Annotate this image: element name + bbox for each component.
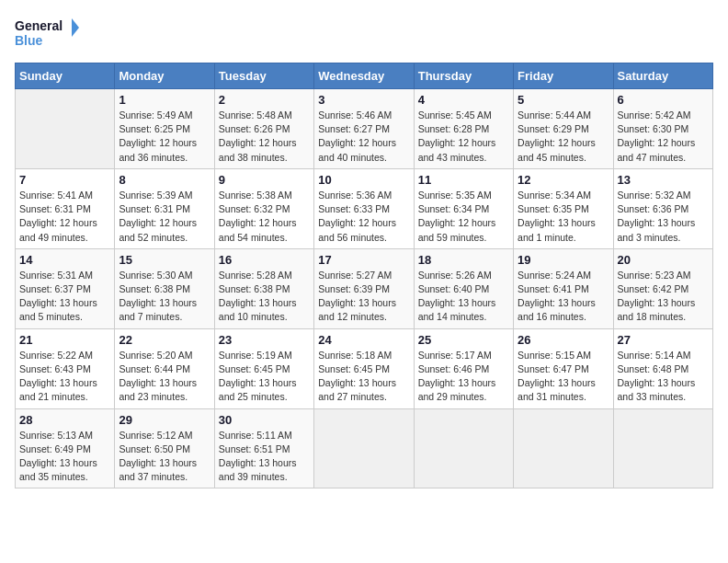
week-row-0: 1Sunrise: 5:49 AM Sunset: 6:25 PM Daylig… [16, 89, 713, 169]
day-number: 11 [418, 173, 509, 187]
page-header: General Blue [15, 15, 713, 52]
svg-text:Blue: Blue [15, 33, 43, 48]
day-info: Sunrise: 5:32 AM Sunset: 6:36 PM Dayligh… [618, 189, 709, 245]
day-cell: 24Sunrise: 5:18 AM Sunset: 6:45 PM Dayli… [314, 328, 414, 408]
day-cell: 21Sunrise: 5:22 AM Sunset: 6:43 PM Dayli… [16, 328, 115, 408]
day-cell: 16Sunrise: 5:28 AM Sunset: 6:38 PM Dayli… [214, 248, 313, 328]
day-cell: 2Sunrise: 5:48 AM Sunset: 6:26 PM Daylig… [214, 89, 313, 169]
day-cell: 22Sunrise: 5:20 AM Sunset: 6:44 PM Dayli… [115, 328, 214, 408]
week-row-2: 14Sunrise: 5:31 AM Sunset: 6:37 PM Dayli… [16, 248, 713, 328]
day-number: 14 [19, 253, 110, 267]
day-info: Sunrise: 5:17 AM Sunset: 6:46 PM Dayligh… [418, 349, 509, 405]
day-cell: 29Sunrise: 5:12 AM Sunset: 6:50 PM Dayli… [115, 408, 214, 488]
day-info: Sunrise: 5:15 AM Sunset: 6:47 PM Dayligh… [518, 349, 609, 405]
day-cell: 15Sunrise: 5:30 AM Sunset: 6:38 PM Dayli… [115, 248, 214, 328]
week-row-4: 28Sunrise: 5:13 AM Sunset: 6:49 PM Dayli… [16, 408, 713, 488]
day-info: Sunrise: 5:31 AM Sunset: 6:37 PM Dayligh… [19, 269, 110, 325]
day-info: Sunrise: 5:38 AM Sunset: 6:32 PM Dayligh… [219, 189, 310, 245]
day-info: Sunrise: 5:27 AM Sunset: 6:39 PM Dayligh… [318, 269, 409, 325]
svg-marker-2 [72, 18, 79, 37]
day-cell: 26Sunrise: 5:15 AM Sunset: 6:47 PM Dayli… [514, 328, 613, 408]
day-info: Sunrise: 5:18 AM Sunset: 6:45 PM Dayligh… [318, 349, 409, 405]
weekday-saturday: Saturday [613, 63, 712, 89]
day-info: Sunrise: 5:19 AM Sunset: 6:45 PM Dayligh… [219, 349, 310, 405]
day-cell: 28Sunrise: 5:13 AM Sunset: 6:49 PM Dayli… [16, 408, 115, 488]
day-number: 1 [119, 93, 210, 107]
day-info: Sunrise: 5:42 AM Sunset: 6:30 PM Dayligh… [618, 109, 709, 165]
day-cell: 23Sunrise: 5:19 AM Sunset: 6:45 PM Dayli… [214, 328, 313, 408]
weekday-thursday: Thursday [414, 63, 513, 89]
day-cell: 9Sunrise: 5:38 AM Sunset: 6:32 PM Daylig… [214, 168, 313, 248]
day-cell: 5Sunrise: 5:44 AM Sunset: 6:29 PM Daylig… [514, 89, 613, 169]
day-number: 24 [318, 333, 409, 347]
day-cell: 17Sunrise: 5:27 AM Sunset: 6:39 PM Dayli… [314, 248, 414, 328]
day-cell: 18Sunrise: 5:26 AM Sunset: 6:40 PM Dayli… [414, 248, 513, 328]
day-number: 15 [119, 253, 210, 267]
day-info: Sunrise: 5:24 AM Sunset: 6:41 PM Dayligh… [518, 269, 609, 325]
logo-svg: General Blue [15, 15, 79, 52]
day-cell: 7Sunrise: 5:41 AM Sunset: 6:31 PM Daylig… [16, 168, 115, 248]
day-cell [613, 408, 712, 488]
day-cell: 25Sunrise: 5:17 AM Sunset: 6:46 PM Dayli… [414, 328, 513, 408]
day-info: Sunrise: 5:34 AM Sunset: 6:35 PM Dayligh… [518, 189, 609, 245]
day-number: 18 [418, 253, 509, 267]
day-number: 3 [318, 93, 409, 107]
day-info: Sunrise: 5:41 AM Sunset: 6:31 PM Dayligh… [19, 189, 110, 245]
day-cell: 30Sunrise: 5:11 AM Sunset: 6:51 PM Dayli… [214, 408, 313, 488]
day-number: 12 [518, 173, 609, 187]
day-info: Sunrise: 5:14 AM Sunset: 6:48 PM Dayligh… [618, 349, 709, 405]
day-info: Sunrise: 5:12 AM Sunset: 6:50 PM Dayligh… [119, 429, 210, 485]
day-info: Sunrise: 5:28 AM Sunset: 6:38 PM Dayligh… [219, 269, 310, 325]
day-number: 23 [219, 333, 310, 347]
day-number: 30 [219, 413, 310, 427]
day-number: 9 [219, 173, 310, 187]
day-cell: 11Sunrise: 5:35 AM Sunset: 6:34 PM Dayli… [414, 168, 513, 248]
day-info: Sunrise: 5:46 AM Sunset: 6:27 PM Dayligh… [318, 109, 409, 165]
weekday-wednesday: Wednesday [314, 63, 414, 89]
day-info: Sunrise: 5:49 AM Sunset: 6:25 PM Dayligh… [119, 109, 210, 165]
day-cell: 27Sunrise: 5:14 AM Sunset: 6:48 PM Dayli… [613, 328, 712, 408]
day-number: 2 [219, 93, 310, 107]
day-info: Sunrise: 5:44 AM Sunset: 6:29 PM Dayligh… [518, 109, 609, 165]
day-number: 13 [618, 173, 709, 187]
day-cell [514, 408, 613, 488]
day-info: Sunrise: 5:22 AM Sunset: 6:43 PM Dayligh… [19, 349, 110, 405]
day-info: Sunrise: 5:30 AM Sunset: 6:38 PM Dayligh… [119, 269, 210, 325]
day-number: 22 [119, 333, 210, 347]
day-number: 5 [518, 93, 609, 107]
day-number: 4 [418, 93, 509, 107]
day-cell: 20Sunrise: 5:23 AM Sunset: 6:42 PM Dayli… [613, 248, 712, 328]
weekday-tuesday: Tuesday [214, 63, 313, 89]
day-number: 28 [19, 413, 110, 427]
week-row-3: 21Sunrise: 5:22 AM Sunset: 6:43 PM Dayli… [16, 328, 713, 408]
day-info: Sunrise: 5:36 AM Sunset: 6:33 PM Dayligh… [318, 189, 409, 245]
weekday-header-row: SundayMondayTuesdayWednesdayThursdayFrid… [16, 63, 713, 89]
day-cell [414, 408, 513, 488]
day-info: Sunrise: 5:48 AM Sunset: 6:26 PM Dayligh… [219, 109, 310, 165]
weekday-sunday: Sunday [16, 63, 115, 89]
day-cell: 12Sunrise: 5:34 AM Sunset: 6:35 PM Dayli… [514, 168, 613, 248]
day-number: 8 [119, 173, 210, 187]
day-number: 19 [518, 253, 609, 267]
calendar-table: SundayMondayTuesdayWednesdayThursdayFrid… [15, 63, 713, 488]
day-number: 27 [618, 333, 709, 347]
weekday-monday: Monday [115, 63, 214, 89]
day-number: 21 [19, 333, 110, 347]
day-info: Sunrise: 5:39 AM Sunset: 6:31 PM Dayligh… [119, 189, 210, 245]
day-cell [314, 408, 414, 488]
logo: General Blue [15, 15, 79, 52]
week-row-1: 7Sunrise: 5:41 AM Sunset: 6:31 PM Daylig… [16, 168, 713, 248]
day-cell: 1Sunrise: 5:49 AM Sunset: 6:25 PM Daylig… [115, 89, 214, 169]
day-number: 6 [618, 93, 709, 107]
weekday-friday: Friday [514, 63, 613, 89]
day-number: 7 [19, 173, 110, 187]
day-info: Sunrise: 5:20 AM Sunset: 6:44 PM Dayligh… [119, 349, 210, 405]
day-number: 25 [418, 333, 509, 347]
day-cell: 13Sunrise: 5:32 AM Sunset: 6:36 PM Dayli… [613, 168, 712, 248]
day-number: 29 [119, 413, 210, 427]
day-number: 16 [219, 253, 310, 267]
day-cell: 6Sunrise: 5:42 AM Sunset: 6:30 PM Daylig… [613, 89, 712, 169]
day-info: Sunrise: 5:11 AM Sunset: 6:51 PM Dayligh… [219, 429, 310, 485]
day-cell: 14Sunrise: 5:31 AM Sunset: 6:37 PM Dayli… [16, 248, 115, 328]
day-cell: 4Sunrise: 5:45 AM Sunset: 6:28 PM Daylig… [414, 89, 513, 169]
